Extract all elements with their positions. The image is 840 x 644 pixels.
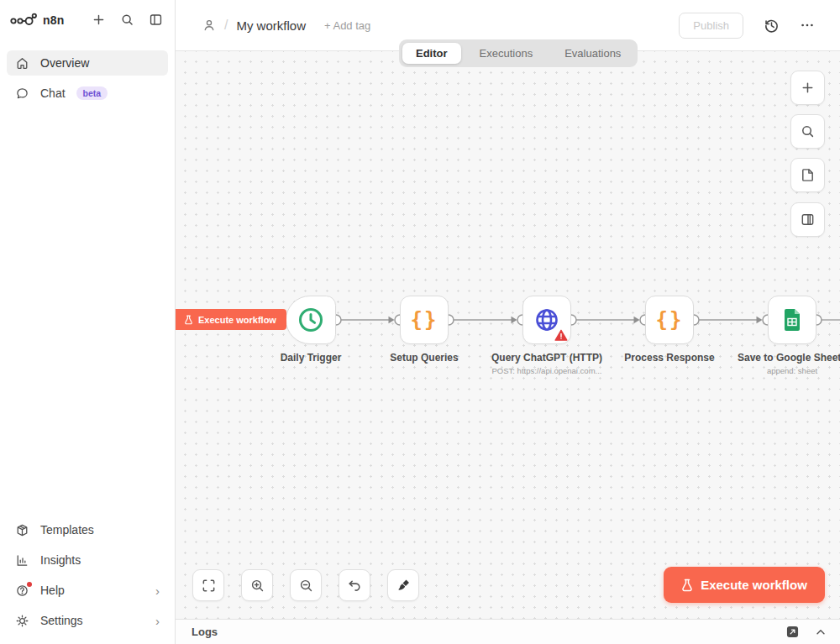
chevron-right-icon: › <box>155 584 160 598</box>
zoom-in-button[interactable] <box>241 569 273 601</box>
execute-workflow-button[interactable]: Execute workflow <box>664 567 825 603</box>
workflow-node-daily-trigger[interactable] <box>286 296 336 344</box>
undo-button[interactable] <box>339 569 370 601</box>
node-subtitle: append: sheet <box>700 366 840 375</box>
sheets-icon <box>780 307 805 332</box>
sidebar-item-label: Chat <box>40 86 66 100</box>
chart-icon <box>15 553 29 568</box>
owner-icon <box>202 18 216 32</box>
sidebar-nav: OverviewChatbeta <box>0 50 175 111</box>
history-icon[interactable] <box>764 18 780 34</box>
app-window: n8n OverviewChatbeta TemplatesInsightsHe… <box>0 0 840 644</box>
connection-lines <box>176 51 840 619</box>
n8n-logo[interactable]: n8n <box>10 12 65 29</box>
search-nodes-button[interactable] <box>790 114 825 149</box>
sidebar-item-settings[interactable]: Settings› <box>7 605 168 636</box>
home-icon <box>15 56 29 71</box>
publish-button[interactable]: Publish <box>679 13 743 39</box>
node-name: Save to Google Sheets <box>700 352 840 364</box>
tab-executions[interactable]: Executions <box>466 43 547 64</box>
gear-icon <box>15 614 29 628</box>
package-icon <box>15 523 29 537</box>
undo-icon <box>347 578 363 594</box>
tidy-up-button[interactable] <box>387 569 419 601</box>
header-actions: Publish <box>679 13 815 39</box>
workflow-title[interactable]: My workflow <box>236 18 306 33</box>
add-node-button[interactable] <box>790 71 825 105</box>
warning-icon <box>554 329 568 342</box>
n8n-logo-icon <box>10 12 37 29</box>
notification-dot <box>27 582 32 587</box>
fit-view-icon <box>201 578 217 594</box>
add-workflow-icon[interactable] <box>92 13 106 27</box>
flask-icon <box>681 579 693 592</box>
sidebar-header: n8n <box>0 0 175 30</box>
flask-icon <box>184 315 193 325</box>
chat-icon <box>15 86 29 101</box>
search-icon[interactable] <box>120 13 134 27</box>
collapse-sidebar-icon[interactable] <box>149 13 163 27</box>
workflow-node-query-chatgpt-http-[interactable] <box>522 296 571 344</box>
workflow-node-process-response[interactable]: {} <box>645 296 694 344</box>
sidebar-item-label: Settings <box>40 614 83 627</box>
sidebar-item-overview[interactable]: Overview <box>7 50 168 76</box>
zoom-in-icon <box>249 578 265 594</box>
sidebar-item-label: Templates <box>40 523 94 537</box>
beta-badge: beta <box>76 86 108 100</box>
execute-workflow-label: Execute workflow <box>701 578 807 592</box>
logs-panel-header[interactable]: Logs <box>176 619 840 644</box>
broom-icon <box>396 578 412 594</box>
tab-evaluations[interactable]: Evaluations <box>551 43 634 64</box>
workflow-node-save-to-google-sheets[interactable] <box>768 296 816 344</box>
sidebar-header-actions <box>92 13 163 27</box>
add-sticky-note-button[interactable] <box>790 158 825 192</box>
workflow-node-setup-queries[interactable]: {} <box>400 296 449 344</box>
main-area: / My workflow + Add tag Publish EditorEx… <box>176 0 840 644</box>
help-icon <box>15 584 29 598</box>
split-panel-icon <box>800 212 816 228</box>
more-options-icon[interactable] <box>800 18 815 33</box>
code-braces-icon: {} <box>411 308 438 332</box>
clock-icon <box>296 305 326 335</box>
brand-name: n8n <box>43 13 65 27</box>
sidebar-item-chat[interactable]: Chatbeta <box>7 81 168 106</box>
breadcrumb: / My workflow + Add tag <box>202 18 370 33</box>
execute-workflow-pill-label: Execute workflow <box>198 315 276 325</box>
chevron-right-icon: › <box>155 614 160 628</box>
tab-editor[interactable]: Editor <box>402 43 461 64</box>
toggle-panel-button[interactable] <box>790 202 825 237</box>
zoom-out-icon <box>298 578 314 594</box>
logs-label: Logs <box>192 626 218 638</box>
logs-actions <box>786 626 827 638</box>
node-label: Save to Google Sheetsappend: sheet <box>700 352 840 375</box>
zoom-to-fit-button[interactable] <box>192 569 224 601</box>
open-logs-popup-icon[interactable] <box>786 626 799 638</box>
breadcrumb-separator: / <box>224 18 228 33</box>
zoom-out-button[interactable] <box>290 569 322 601</box>
sidebar-item-templates[interactable]: Templates <box>7 515 168 545</box>
workflow-canvas[interactable]: Execute workflow <box>176 50 840 619</box>
search-icon <box>800 123 816 139</box>
sidebar-bottom-nav: TemplatesInsightsHelp›Settings› <box>0 515 175 644</box>
expand-logs-icon[interactable] <box>815 626 827 638</box>
sidebar-item-label: Help <box>40 584 65 597</box>
sidebar-item-insights[interactable]: Insights <box>7 545 168 575</box>
node-subtitle: POST: https://api.openai.com... <box>454 366 639 375</box>
code-braces-icon: {} <box>656 308 684 332</box>
sidebar: n8n OverviewChatbeta TemplatesInsightsHe… <box>0 0 176 644</box>
sidebar-item-label: Insights <box>40 553 81 567</box>
execute-workflow-pill[interactable]: Execute workflow <box>176 309 286 330</box>
sidebar-item-label: Overview <box>40 56 89 70</box>
sidebar-item-help[interactable]: Help› <box>7 575 168 605</box>
note-icon <box>800 167 816 183</box>
view-tabs: EditorExecutionsEvaluations <box>399 39 638 67</box>
plus-icon <box>800 80 816 96</box>
add-tag-button[interactable]: + Add tag <box>324 19 370 32</box>
